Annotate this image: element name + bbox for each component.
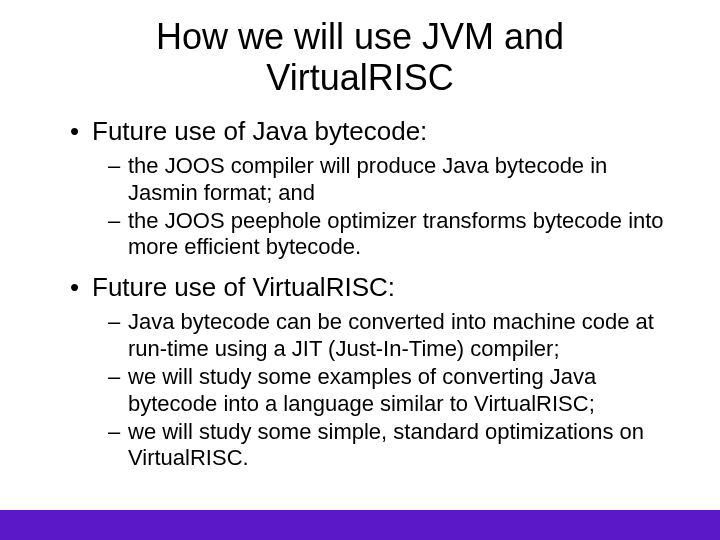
slide-body: Future use of Java bytecode: the JOOS co…	[0, 111, 720, 472]
title-block: How we will use JVM and VirtualRISC	[0, 0, 720, 111]
bullet-level1: Future use of VirtualRISC:	[70, 271, 680, 304]
slide: How we will use JVM and VirtualRISC Futu…	[0, 0, 720, 510]
bullet-level2: the JOOS peephole optimizer transforms b…	[108, 208, 680, 261]
sublist: Java bytecode can be converted into mach…	[108, 309, 680, 471]
bullet-level1: Future use of Java bytecode:	[70, 115, 680, 148]
bullet-level2: the JOOS compiler will produce Java byte…	[108, 153, 680, 206]
slide-title: How we will use JVM and VirtualRISC	[60, 16, 660, 99]
bullet-level2: we will study some examples of convertin…	[108, 364, 680, 417]
bullet-level2: Java bytecode can be converted into mach…	[108, 309, 680, 362]
sublist: the JOOS compiler will produce Java byte…	[108, 153, 680, 261]
bullet-level2: we will study some simple, standard opti…	[108, 419, 680, 472]
